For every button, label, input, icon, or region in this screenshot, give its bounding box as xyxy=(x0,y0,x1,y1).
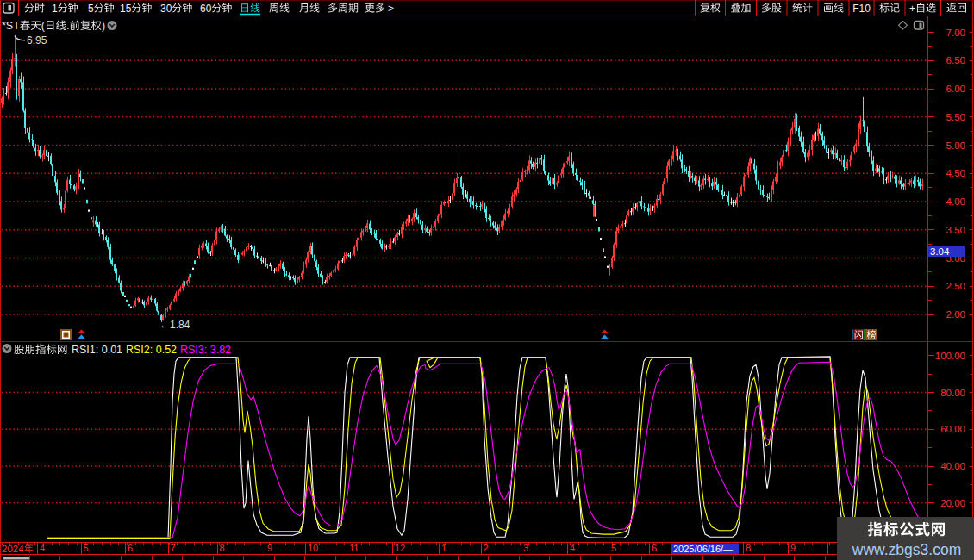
svg-text:www.zbgs3.com: www.zbgs3.com xyxy=(852,541,961,558)
svg-text:15: 15 xyxy=(120,3,132,15)
svg-text:6: 6 xyxy=(652,543,657,553)
svg-text:6.00: 6.00 xyxy=(946,84,965,94)
svg-text:7.00: 7.00 xyxy=(946,28,965,38)
svg-text:9: 9 xyxy=(790,543,796,553)
svg-text:2025/06/16/—: 2025/06/16/— xyxy=(673,544,733,554)
svg-text:20.00: 20.00 xyxy=(940,498,965,508)
svg-text:): ) xyxy=(102,20,105,32)
svg-text:4: 4 xyxy=(570,543,575,553)
svg-text:RSI1: 0.01: RSI1: 0.01 xyxy=(72,344,122,356)
svg-text:9: 9 xyxy=(267,543,272,553)
svg-text:60: 60 xyxy=(200,3,212,15)
svg-text:30: 30 xyxy=(160,3,172,15)
svg-text:60.00: 60.00 xyxy=(940,424,965,434)
svg-text:2.00: 2.00 xyxy=(946,309,965,320)
svg-text:1: 1 xyxy=(52,3,58,15)
svg-text:5: 5 xyxy=(611,543,616,553)
svg-text:RSI3: 3.82: RSI3: 3.82 xyxy=(180,344,231,356)
svg-text:4.00: 4.00 xyxy=(946,196,965,207)
svg-text:6.95: 6.95 xyxy=(27,34,47,47)
svg-text:3: 3 xyxy=(523,543,528,553)
svg-text:2: 2 xyxy=(484,543,489,553)
svg-text:>: > xyxy=(388,3,394,15)
svg-text:F10: F10 xyxy=(852,3,871,15)
svg-text:100.00: 100.00 xyxy=(935,351,965,361)
svg-text:2.50: 2.50 xyxy=(946,281,965,291)
svg-text:40.00: 40.00 xyxy=(940,461,965,471)
svg-text:4.50: 4.50 xyxy=(946,168,965,178)
svg-text:8: 8 xyxy=(746,543,751,553)
svg-text:2024: 2024 xyxy=(2,544,24,554)
svg-text:.: . xyxy=(66,20,69,32)
svg-text:←1.84: ←1.84 xyxy=(159,319,190,331)
svg-text:4: 4 xyxy=(40,543,45,553)
svg-text:+: + xyxy=(909,3,915,15)
svg-text:*ST: *ST xyxy=(2,20,20,32)
svg-text:3.50: 3.50 xyxy=(946,225,965,235)
svg-text:11: 11 xyxy=(349,543,359,553)
svg-text:1: 1 xyxy=(441,543,446,553)
svg-text:5: 5 xyxy=(84,543,89,553)
svg-text:7: 7 xyxy=(171,543,176,553)
svg-text:8: 8 xyxy=(220,543,225,553)
svg-text:3.04: 3.04 xyxy=(930,246,950,257)
svg-text:6: 6 xyxy=(128,543,133,553)
svg-text:10: 10 xyxy=(308,543,318,553)
svg-text:80.00: 80.00 xyxy=(940,388,965,398)
svg-text:12: 12 xyxy=(395,543,405,553)
svg-text:5: 5 xyxy=(88,3,94,15)
svg-text:5.00: 5.00 xyxy=(946,140,965,151)
svg-text:RSI2: 0.52: RSI2: 0.52 xyxy=(126,344,177,356)
svg-text:6.50: 6.50 xyxy=(946,55,965,65)
svg-text:5.50: 5.50 xyxy=(946,112,965,122)
